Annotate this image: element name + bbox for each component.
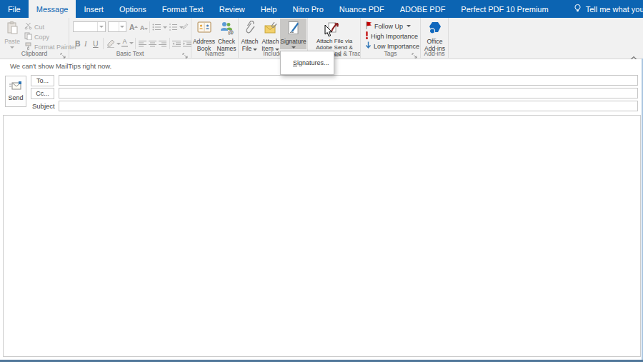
tab-help[interactable]: Help [253, 0, 285, 18]
shrink-font-button[interactable]: A [140, 22, 148, 34]
signature-dropdown-arrow-icon [291, 46, 296, 49]
tab-nitro-pro[interactable]: Nitro Pro [284, 0, 331, 18]
high-importance-icon [365, 31, 369, 41]
signature-icon [286, 21, 301, 36]
send-button[interactable]: Send [5, 76, 26, 107]
cut-button[interactable]: Cut [24, 22, 44, 31]
font-name-combo[interactable] [73, 21, 106, 32]
highlight-color-button[interactable] [106, 38, 121, 49]
bold-label: B [75, 39, 81, 48]
tab-perfect-pdf[interactable]: Perfect PDF 10 Premium [453, 0, 556, 18]
bullets-icon [152, 24, 161, 31]
menu-item-signatures[interactable]: Signatures... [281, 59, 334, 66]
window-bottom-border [0, 360, 643, 362]
svg-text:@: @ [228, 29, 234, 35]
bullets-button[interactable] [152, 21, 167, 33]
cut-label: Cut [34, 24, 44, 31]
cut-icon [24, 22, 32, 31]
highlight-icon [106, 39, 115, 48]
mouse-cursor-icon [324, 25, 333, 41]
group-names: Address Book @ Check Names Names [191, 18, 239, 58]
underline-label: U [93, 39, 99, 48]
high-importance-button[interactable]: High Importance [365, 31, 418, 41]
align-center-icon [149, 41, 156, 47]
attach-item-button[interactable]: Attach Item [260, 19, 281, 49]
font-name-input[interactable] [74, 23, 97, 31]
tab-nuance-pdf[interactable]: Nuance PDF [332, 0, 392, 18]
mailtips-text: We can't show MailTips right now. [10, 62, 111, 70]
font-size-dropdown-arrow-icon[interactable] [119, 22, 126, 31]
signature-button[interactable]: Signature [280, 19, 306, 49]
clear-formatting-icon[interactable] [181, 21, 189, 32]
paste-icon [5, 21, 19, 36]
grow-font-label: A [129, 24, 134, 31]
high-importance-label: High Importance [371, 33, 418, 40]
tab-review[interactable]: Review [211, 0, 253, 18]
lightbulb-icon [574, 4, 582, 15]
follow-up-label: Follow Up [374, 23, 403, 30]
group-label-basic-text: Basic Text [69, 50, 191, 57]
low-importance-label: Low Importance [374, 43, 419, 50]
align-left-icon [139, 41, 146, 47]
font-size-input[interactable] [109, 23, 119, 31]
paste-button[interactable]: Paste [2, 19, 22, 49]
tab-insert[interactable]: Insert [76, 0, 111, 18]
group-label-clipboard: Clipboard [0, 50, 69, 57]
tab-adobe-pdf[interactable]: ADOBE PDF [392, 0, 454, 18]
font-color-button[interactable]: A [121, 37, 134, 49]
to-button[interactable]: To... [31, 75, 54, 86]
cc-input[interactable] [59, 88, 638, 98]
font-size-combo[interactable] [108, 21, 126, 32]
follow-up-dropdown-arrow-icon [407, 25, 411, 27]
group-basic-text: A A B I U [69, 18, 191, 58]
group-clipboard: Paste Cut Copy Format Painter [0, 18, 69, 58]
subject-input[interactable] [59, 101, 638, 111]
align-right-button[interactable] [159, 38, 166, 49]
decrease-indent-button[interactable] [172, 38, 181, 49]
bold-button[interactable]: B [75, 38, 81, 49]
follow-up-button[interactable]: Follow Up [365, 21, 411, 31]
signature-dropdown-menu: Signatures... [280, 51, 334, 75]
italic-button[interactable]: I [84, 38, 87, 49]
ribbon-tab-bar: File Message Insert Options Format Text … [0, 0, 643, 18]
paste-label: Paste [4, 38, 20, 45]
increase-indent-icon [183, 41, 191, 47]
signature-label: Signature [280, 38, 306, 45]
clipboard-dialog-launcher-icon[interactable] [60, 49, 67, 56]
grow-font-button[interactable]: A [129, 21, 138, 33]
align-center-button[interactable] [149, 38, 156, 49]
tell-me-label: Tell me what you want to do [586, 5, 643, 14]
office-add-ins-icon [427, 21, 443, 36]
tags-dialog-launcher-icon[interactable] [412, 49, 419, 56]
follow-up-flag-icon [365, 21, 372, 31]
basic-text-dialog-launcher-icon[interactable] [182, 49, 189, 56]
group-add-ins: Office Add-ins Add-ins [421, 18, 449, 58]
tab-format-text[interactable]: Format Text [154, 0, 211, 18]
copy-button[interactable]: Copy [24, 32, 49, 41]
group-label-add-ins: Add-ins [421, 50, 448, 57]
cc-button[interactable]: Cc... [31, 88, 54, 99]
tab-file[interactable]: File [0, 0, 29, 18]
send-icon [9, 81, 22, 92]
address-book-button[interactable]: Address Book [193, 19, 215, 49]
to-input[interactable] [59, 75, 638, 86]
collapse-ribbon-button[interactable] [630, 51, 637, 56]
underline-button[interactable]: U [93, 38, 99, 49]
shrink-arrow-icon [144, 26, 148, 30]
tab-options[interactable]: Options [111, 0, 154, 18]
paste-dropdown-arrow-icon [10, 46, 14, 49]
increase-indent-button[interactable] [183, 38, 191, 49]
font-name-dropdown-arrow-icon[interactable] [97, 22, 105, 31]
adobe-send-track-button[interactable]: Attach File via Adobe Send & Track [309, 19, 359, 49]
attach-file-button[interactable]: Attach File [239, 19, 260, 49]
send-label: Send [8, 94, 23, 101]
tell-me-box[interactable]: Tell me what you want to do [567, 0, 643, 18]
check-names-button[interactable]: @ Check Names [216, 19, 237, 49]
group-label-names: Names [191, 50, 238, 57]
tab-message[interactable]: Message [29, 0, 76, 18]
align-left-button[interactable] [139, 38, 146, 49]
office-add-ins-button[interactable]: Office Add-ins [422, 19, 447, 49]
font-color-icon: A [121, 39, 128, 47]
outlook-compose-window: File Message Insert Options Format Text … [0, 0, 643, 364]
message-body[interactable] [3, 115, 641, 357]
